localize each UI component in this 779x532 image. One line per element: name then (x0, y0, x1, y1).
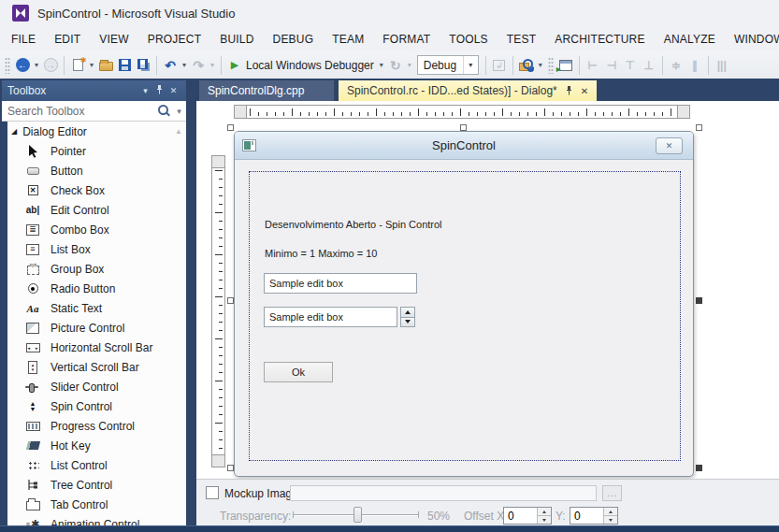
ok-button[interactable]: Ok (264, 362, 333, 382)
spin-down-icon[interactable] (538, 515, 551, 524)
toolbox-item-button[interactable]: Button (7, 161, 186, 180)
resize-handle-middle-right[interactable] (696, 297, 702, 304)
undo-dropdown-icon[interactable]: ▾ (180, 61, 189, 69)
tab-spincontroldlg-cpp[interactable]: SpinControlDlg.cpp (199, 80, 334, 101)
toolbar-grip[interactable] (548, 57, 554, 74)
edit-control-1[interactable] (264, 273, 417, 294)
offset-x-stepper[interactable]: 0 (503, 507, 552, 525)
back-icon[interactable]: ← (13, 55, 32, 76)
toolbox-item-list-control[interactable]: List Control (7, 455, 186, 475)
toolbox-item-static-text[interactable]: AaStatic Text (7, 298, 186, 318)
toolbox-category-dialog-editor[interactable]: ◢ Dialog Editor ▲ (7, 122, 186, 141)
toolbar-grip[interactable] (5, 57, 10, 74)
toolbox-item-vertical-scroll-bar[interactable]: ▴▾Vertical Scroll Bar (7, 357, 186, 377)
test-dialog-icon[interactable] (556, 55, 575, 76)
menu-format[interactable]: FORMAT (373, 28, 440, 50)
dialog-designer-canvas[interactable]: SpinControl ✕ Desenvolvimento Aberto - S… (196, 101, 779, 479)
pin-icon[interactable] (565, 86, 573, 95)
transparency-slider[interactable] (293, 513, 419, 517)
browse-button[interactable]: ... (602, 485, 622, 501)
toolbox-item-progress-control[interactable]: Progress Control (7, 416, 186, 436)
chevron-down-icon[interactable]: ▾ (463, 56, 478, 74)
open-file-icon[interactable] (96, 55, 115, 76)
toolbox-item-radio-button[interactable]: Radio Button (7, 279, 186, 298)
slider-thumb[interactable] (353, 507, 362, 523)
designed-dialog-titlebar[interactable]: SpinControl ✕ (235, 132, 693, 160)
edit-control-2[interactable] (264, 307, 397, 327)
offset-y-stepper[interactable]: 0 (570, 507, 618, 525)
resize-handle-top-left[interactable] (227, 124, 234, 131)
menu-window[interactable]: WINDOW (725, 28, 779, 50)
search-icon[interactable] (155, 103, 172, 120)
redo-icon: ↷ (189, 55, 208, 76)
toolbox-item-check-box[interactable]: ✕Check Box (7, 180, 186, 200)
toolbox-item-list-box[interactable]: ≡List Box (7, 239, 186, 259)
menu-tools[interactable]: TOOLS (440, 28, 497, 50)
designed-dialog-body[interactable]: Desenvolvimento Aberto - Spin Control Mi… (235, 160, 693, 476)
resize-handle-bottom-left[interactable] (227, 465, 234, 471)
find-in-files-icon[interactable] (517, 55, 536, 76)
menu-view[interactable]: VIEW (90, 28, 137, 50)
tab-spincontrol-rc-dialog[interactable]: SpinControl.rc - IDD...ed States)] - Dia… (339, 80, 597, 101)
solution-configuration-combo[interactable]: Debug ▾ (417, 55, 479, 75)
spin-down-icon[interactable] (604, 515, 617, 524)
play-icon[interactable]: ▶ (225, 55, 244, 76)
menu-analyze[interactable]: ANALYZE (655, 28, 725, 50)
search-options-icon[interactable]: ▾ (172, 107, 186, 116)
menu-build[interactable]: BUILD (210, 28, 263, 50)
search-input[interactable] (2, 105, 155, 118)
toolbox-item-slider-control[interactable]: Slider Control (7, 377, 186, 396)
menu-debug[interactable]: DEBUG (264, 28, 324, 50)
new-file-dropdown-icon[interactable]: ▾ (87, 61, 96, 69)
toolbox-item-horizontal-scroll-bar[interactable]: ◂▸Horizontal Scroll Bar (7, 338, 186, 357)
toolbox-item-tab-control[interactable]: Tab Control (7, 495, 186, 514)
window-position-icon[interactable]: ▾ (138, 86, 152, 95)
spin-control[interactable] (400, 307, 415, 327)
spin-down-icon[interactable] (400, 317, 415, 328)
scroll-up-icon[interactable]: ▲ (175, 127, 182, 136)
toolbox-item-animation-control[interactable]: ✱Animation Control (7, 514, 186, 525)
new-file-icon[interactable] (68, 55, 87, 76)
menu-project[interactable]: PROJECT (138, 28, 210, 50)
toolbar-overflow-icon[interactable]: ▾ (536, 61, 545, 69)
resize-handle-top-right[interactable] (696, 124, 702, 131)
close-icon[interactable]: ✕ (656, 137, 683, 154)
back-dropdown-icon[interactable]: ▾ (32, 61, 41, 69)
toolbox-item-hot-key[interactable]: Hot Key (7, 436, 186, 455)
menu-edit[interactable]: EDIT (45, 28, 90, 50)
toolbox-item-pointer[interactable]: Pointer (7, 141, 186, 161)
designed-dialog[interactable]: SpinControl ✕ Desenvolvimento Aberto - S… (234, 131, 694, 477)
resize-handle-bottom-right[interactable] (696, 465, 702, 471)
menu-test[interactable]: TEST (498, 28, 545, 50)
spin-up-icon[interactable] (538, 508, 551, 515)
menu-architecture[interactable]: ARCHITECTURE (545, 28, 654, 50)
undo-icon[interactable]: ↶ (161, 55, 180, 76)
resize-handle-middle-left[interactable] (227, 297, 234, 304)
expander-icon[interactable]: ◢ (11, 127, 17, 136)
toolbox-header[interactable]: Toolbox ▾ ✕ (2, 80, 186, 101)
resize-handle-top-center[interactable] (460, 124, 467, 131)
toolbox-item-group-box[interactable]: Group Box (7, 259, 186, 279)
static-text-control[interactable]: Minimo = 1 Maximo = 10 (265, 248, 377, 259)
spin-up-icon[interactable] (604, 508, 617, 515)
mockup-image-path-input[interactable] (290, 485, 597, 501)
toolbox-item-spin-control[interactable]: ▲▼Spin Control (7, 396, 186, 416)
pointer-icon (22, 144, 43, 159)
save-icon[interactable] (115, 55, 134, 76)
forward-icon[interactable]: → (41, 55, 60, 76)
run-debugger-button[interactable]: Local Windows Debugger (246, 59, 374, 72)
menu-file[interactable]: FILE (2, 28, 45, 50)
run-dropdown-icon[interactable]: ▾ (377, 61, 386, 69)
close-icon[interactable]: ✕ (581, 86, 588, 96)
toolbox-item-tree-control[interactable]: Tree Control (7, 475, 186, 495)
offset-y-label: Y: (555, 510, 566, 523)
pin-icon[interactable] (152, 85, 166, 96)
toolbox-item-combo-box[interactable]: ≣Combo Box (7, 220, 186, 239)
static-text-control[interactable]: Desenvolvimento Aberto - Spin Control (265, 219, 442, 230)
menu-team[interactable]: TEAM (323, 28, 373, 50)
toolbox-item-edit-control[interactable]: ab|Edit Control (7, 200, 186, 220)
save-all-icon[interactable] (134, 55, 152, 76)
mockup-image-checkbox[interactable] (206, 486, 219, 499)
close-icon[interactable]: ✕ (166, 86, 180, 95)
toolbox-item-picture-control[interactable]: Picture Control (7, 318, 186, 338)
